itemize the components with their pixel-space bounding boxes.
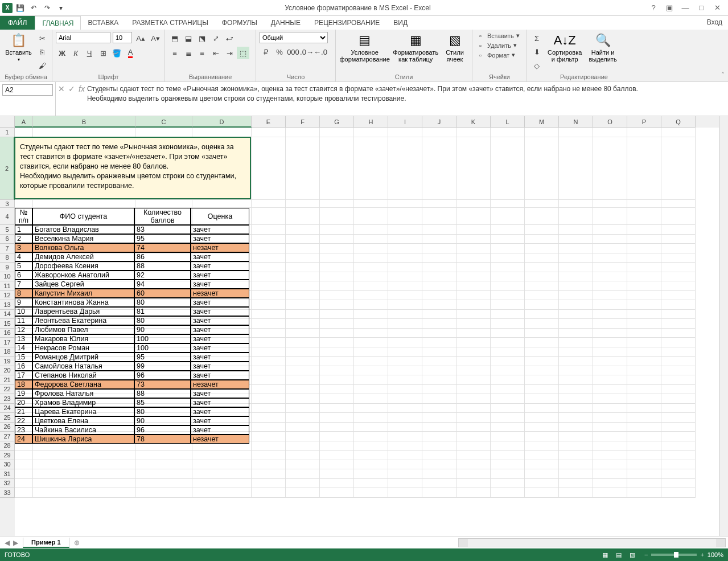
col-header-J[interactable]: J (422, 116, 456, 128)
table-cell[interactable]: зачет (191, 371, 249, 380)
table-cell[interactable]: зачет (191, 261, 249, 271)
col-header-I[interactable]: I (388, 116, 422, 128)
table-cell[interactable]: незачет (191, 435, 249, 444)
row-header-11[interactable]: 11 (0, 281, 15, 291)
table-cell[interactable]: Некрасов Роман (32, 343, 134, 353)
fx-icon[interactable]: fx (79, 84, 85, 93)
undo-icon[interactable]: ↶ (27, 2, 40, 14)
table-cell[interactable]: зачет (191, 234, 249, 243)
tab-разметка страницы[interactable]: РАЗМЕТКА СТРАНИЦЫ (125, 16, 215, 30)
table-cell[interactable]: 90 (134, 325, 191, 334)
table-cell[interactable]: 7 (15, 280, 32, 289)
row-header-2[interactable]: 2 (0, 137, 15, 200)
row-header-6[interactable]: 6 (0, 235, 15, 244)
table-cell[interactable]: 100 (134, 343, 191, 353)
row-header-9[interactable]: 9 (0, 263, 15, 272)
table-cell[interactable]: Макарова Юлия (32, 334, 134, 343)
table-cell[interactable]: зачет (191, 425, 249, 435)
help-icon[interactable]: ? (646, 2, 661, 14)
number-format-combo[interactable]: Общий (260, 32, 328, 43)
format-cells-button[interactable]: ▫Формат ▾ (476, 51, 515, 59)
table-cell[interactable]: 4 (15, 252, 32, 261)
ribbon-options-icon[interactable]: ▣ (662, 2, 677, 14)
page-layout-view-icon[interactable]: ▤ (612, 550, 625, 560)
cell-styles-button[interactable]: ▧Стили ячеек (441, 32, 468, 64)
table-cell[interactable]: 81 (134, 307, 191, 316)
tab-формулы[interactable]: ФОРМУЛЫ (215, 16, 264, 30)
col-header-Q[interactable]: Q (661, 116, 696, 128)
table-cell[interactable]: зачет (191, 389, 249, 398)
worksheet-area[interactable]: ABCDEFGHIJKLMNOPQ 1234567891011121314151… (0, 116, 719, 536)
table-header[interactable]: ФИО студента (32, 208, 134, 225)
select-all-corner[interactable] (0, 116, 15, 128)
table-cell[interactable]: Романцов Дмитрий (32, 353, 134, 362)
table-cell[interactable]: Царева Екатерина (32, 407, 134, 416)
sheet-nav-prev-icon[interactable]: ◀ (5, 539, 10, 547)
tab-рецензирование[interactable]: РЕЦЕНЗИРОВАНИЕ (307, 16, 386, 30)
table-cell[interactable]: 95 (134, 353, 191, 362)
row-header-21[interactable]: 21 (0, 375, 15, 385)
table-cell[interactable]: Волкова Ольга (32, 243, 134, 252)
table-cell[interactable]: Храмов Владимир (32, 398, 134, 407)
row-headers[interactable]: 1234567891011121314151617181920212223242… (0, 128, 15, 536)
table-cell[interactable]: Цветкова Елена (32, 416, 134, 425)
align-left-icon[interactable]: ≡ (168, 47, 181, 59)
find-select-button[interactable]: 🔍Найти и выделить (586, 32, 619, 64)
col-header-K[interactable]: K (456, 116, 491, 128)
table-cell[interactable]: 6 (15, 271, 32, 280)
table-cell[interactable]: 1 (15, 225, 32, 234)
table-cell[interactable]: Фролова Наталья (32, 389, 134, 398)
file-tab[interactable]: ФАЙЛ (0, 16, 35, 30)
table-cell[interactable]: 3 (15, 243, 32, 252)
fill-icon[interactable]: ⬇ (530, 46, 543, 58)
insert-cells-button[interactable]: ▫Вставить ▾ (476, 32, 520, 39)
table-cell[interactable]: 85 (134, 398, 191, 407)
row-header-17[interactable]: 17 (0, 338, 15, 347)
table-cell[interactable]: 16 (15, 362, 32, 371)
table-cell[interactable]: 80 (134, 407, 191, 416)
delete-cells-button[interactable]: ▫Удалить ▾ (476, 42, 517, 49)
comma-icon[interactable]: 000 (287, 46, 299, 58)
align-middle-icon[interactable]: ⬓ (182, 32, 195, 44)
row-header-10[interactable]: 10 (0, 272, 15, 282)
table-cell[interactable]: Константинова Жанна (32, 298, 134, 307)
decrease-font-icon[interactable]: A▾ (149, 32, 162, 44)
wrap-text-icon[interactable]: ⮐ (223, 32, 236, 44)
table-cell[interactable]: 8 (15, 289, 32, 298)
table-cell[interactable]: 20 (15, 398, 32, 407)
font-size-combo[interactable] (113, 32, 132, 43)
row-header-33[interactable]: 33 (0, 488, 15, 498)
format-as-table-button[interactable]: ▦Форматировать как таблицу (392, 32, 439, 64)
table-cell[interactable]: 17 (15, 371, 32, 380)
table-cell[interactable]: 73 (134, 380, 191, 389)
table-cell[interactable]: 78 (134, 435, 191, 444)
table-cell[interactable]: Демидов Алексей (32, 252, 134, 261)
table-cell[interactable]: зачет (191, 316, 249, 325)
row-header-30[interactable]: 30 (0, 460, 15, 470)
table-cell[interactable]: незачет (191, 243, 249, 252)
table-cell[interactable]: 80 (134, 316, 191, 325)
sort-filter-button[interactable]: A↓ZСортировка и фильтр (545, 32, 584, 64)
student-table[interactable]: № п/пФИО студентаКоличество балловОценка… (15, 208, 249, 444)
font-name-combo[interactable] (56, 32, 110, 43)
table-cell[interactable]: Шишкина Лариса (32, 435, 134, 444)
col-header-H[interactable]: H (354, 116, 388, 128)
table-cell[interactable]: 99 (134, 362, 191, 371)
maximize-icon[interactable]: □ (694, 2, 709, 14)
tab-вид[interactable]: ВИД (386, 16, 414, 30)
redo-icon[interactable]: ↷ (41, 2, 54, 14)
table-cell[interactable]: 13 (15, 334, 32, 343)
table-cell[interactable]: 88 (134, 261, 191, 271)
col-header-B[interactable]: B (33, 116, 135, 128)
orientation-icon[interactable]: ⤢ (209, 32, 222, 44)
italic-icon[interactable]: К (69, 47, 82, 59)
table-cell[interactable]: Зайцев Сергей (32, 280, 134, 289)
table-cell[interactable]: Веселкина Мария (32, 234, 134, 243)
table-cell[interactable]: 23 (15, 425, 32, 435)
table-cell[interactable]: зачет (191, 416, 249, 425)
table-cell[interactable]: зачет (191, 353, 249, 362)
row-header-18[interactable]: 18 (0, 347, 15, 357)
tab-главная[interactable]: ГЛАВНАЯ (35, 16, 81, 30)
increase-indent-icon[interactable]: ⇥ (223, 47, 236, 59)
row-header-32[interactable]: 32 (0, 479, 15, 489)
